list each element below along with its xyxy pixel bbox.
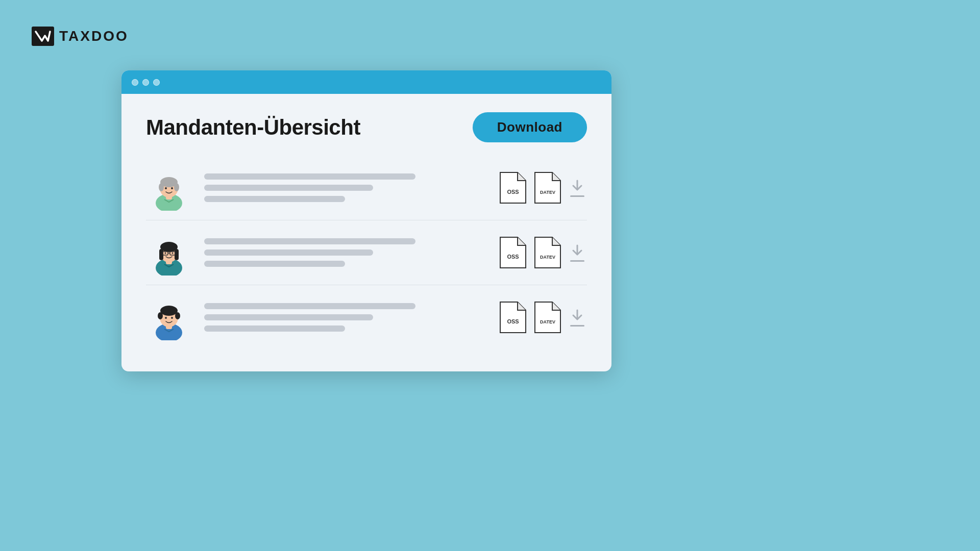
info-line-3 — [204, 261, 345, 267]
svg-point-30 — [165, 317, 167, 319]
client-info — [204, 303, 486, 332]
svg-point-7 — [165, 187, 167, 189]
oss-file-icon: OSS — [498, 170, 528, 205]
traffic-light-3 — [153, 79, 160, 86]
svg-text:DATEV: DATEV — [540, 190, 555, 195]
browser-window: Mandanten-Übersicht Download — [121, 70, 611, 371]
client-actions: OSS DATEV — [498, 170, 587, 205]
svg-text:DATEV: DATEV — [540, 319, 555, 324]
download-button[interactable]: Download — [473, 112, 587, 142]
download-underline — [570, 325, 584, 327]
svg-point-29 — [175, 312, 180, 319]
info-line-1 — [204, 173, 415, 180]
taxdoo-logo-icon — [32, 27, 54, 46]
client-list: OSS DATEV — [146, 159, 587, 346]
client-actions: OSS DATEV — [498, 300, 587, 335]
svg-point-31 — [171, 317, 173, 319]
svg-point-6 — [174, 183, 179, 191]
svg-point-8 — [171, 187, 173, 189]
download-underline — [570, 195, 584, 197]
info-line-2 — [204, 185, 373, 191]
svg-point-28 — [158, 312, 163, 319]
row-divider — [146, 285, 587, 285]
logo-text: TAXDOO — [59, 28, 129, 44]
table-row: OSS DATEV — [146, 223, 587, 282]
info-line-3 — [204, 325, 345, 332]
oss-file-icon: OSS — [498, 235, 528, 270]
download-arrow-button[interactable] — [568, 306, 587, 329]
info-line-1 — [204, 238, 415, 244]
datev-file-icon: DATEV — [533, 235, 562, 270]
client-info — [204, 173, 486, 202]
info-line-3 — [204, 196, 345, 202]
client-info — [204, 238, 486, 267]
header-row: Mandanten-Übersicht Download — [146, 112, 587, 142]
info-line-2 — [204, 249, 373, 256]
download-arrow-button[interactable] — [568, 177, 587, 199]
avatar — [146, 165, 192, 211]
svg-point-21 — [172, 253, 174, 254]
traffic-light-1 — [132, 79, 138, 86]
table-row: OSS DATEV — [146, 159, 587, 217]
svg-text:DATEV: DATEV — [540, 255, 555, 260]
download-underline — [570, 260, 584, 262]
client-actions: OSS DATEV — [498, 235, 587, 270]
info-line-2 — [204, 314, 373, 320]
datev-file-icon: DATEV — [533, 170, 562, 205]
traffic-light-2 — [142, 79, 149, 86]
svg-point-27 — [160, 306, 178, 316]
svg-point-5 — [159, 183, 164, 191]
browser-titlebar — [121, 70, 611, 94]
svg-point-20 — [165, 253, 166, 254]
info-line-1 — [204, 303, 415, 309]
oss-file-icon: OSS — [498, 300, 528, 335]
page-title: Mandanten-Übersicht — [146, 115, 360, 140]
browser-content: Mandanten-Übersicht Download — [121, 94, 611, 363]
svg-text:OSS: OSS — [507, 318, 519, 324]
datev-file-icon: DATEV — [533, 300, 562, 335]
table-row: OSS DATEV — [146, 288, 587, 346]
svg-rect-0 — [32, 27, 54, 46]
avatar — [146, 230, 192, 276]
svg-text:OSS: OSS — [507, 189, 519, 195]
avatar — [146, 294, 192, 340]
logo: TAXDOO — [32, 27, 129, 46]
svg-text:OSS: OSS — [507, 254, 519, 260]
row-divider — [146, 220, 587, 220]
download-arrow-button[interactable] — [568, 241, 587, 264]
